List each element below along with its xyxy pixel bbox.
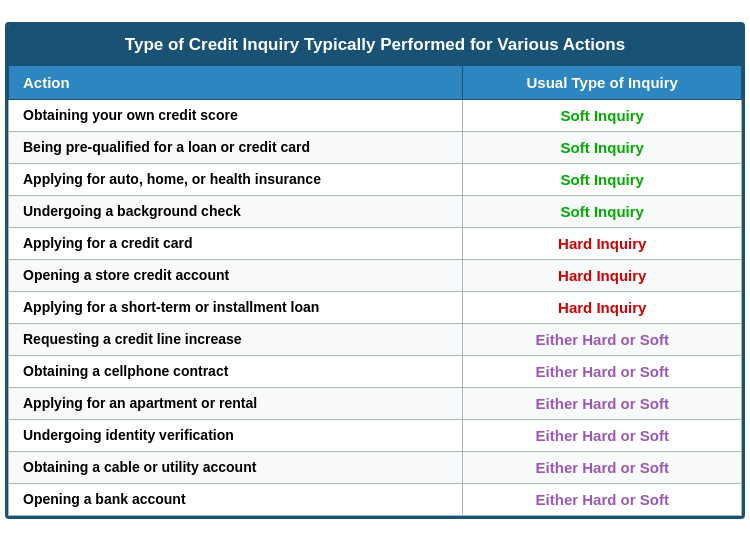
action-cell: Obtaining your own credit score [9, 99, 463, 131]
action-cell: Opening a store credit account [9, 259, 463, 291]
inquiry-type-cell: Hard Inquiry [463, 259, 742, 291]
table-row: Undergoing a background checkSoft Inquir… [9, 195, 742, 227]
table-row: Obtaining your own credit scoreSoft Inqu… [9, 99, 742, 131]
inquiry-type-cell: Either Hard or Soft [463, 451, 742, 483]
inquiry-type-cell: Either Hard or Soft [463, 387, 742, 419]
table-row: Being pre-qualified for a loan or credit… [9, 131, 742, 163]
header-inquiry-type: Usual Type of Inquiry [463, 65, 742, 99]
action-cell: Applying for a short-term or installment… [9, 291, 463, 323]
header-action: Action [9, 65, 463, 99]
action-cell: Applying for a credit card [9, 227, 463, 259]
inquiry-table: Action Usual Type of Inquiry Obtaining y… [8, 65, 742, 516]
table-row: Opening a bank accountEither Hard or Sof… [9, 483, 742, 515]
inquiry-type-cell: Soft Inquiry [463, 195, 742, 227]
inquiry-type-cell: Either Hard or Soft [463, 355, 742, 387]
inquiry-type-cell: Hard Inquiry [463, 227, 742, 259]
inquiry-type-cell: Soft Inquiry [463, 131, 742, 163]
action-cell: Obtaining a cellphone contract [9, 355, 463, 387]
action-cell: Requesting a credit line increase [9, 323, 463, 355]
inquiry-type-cell: Hard Inquiry [463, 291, 742, 323]
inquiry-type-cell: Soft Inquiry [463, 163, 742, 195]
action-cell: Being pre-qualified for a loan or credit… [9, 131, 463, 163]
table-row: Requesting a credit line increaseEither … [9, 323, 742, 355]
table-title: Type of Credit Inquiry Typically Perform… [8, 25, 742, 65]
inquiry-type-cell: Either Hard or Soft [463, 483, 742, 515]
action-cell: Obtaining a cable or utility account [9, 451, 463, 483]
table-row: Undergoing identity verificationEither H… [9, 419, 742, 451]
action-cell: Applying for auto, home, or health insur… [9, 163, 463, 195]
table-row: Obtaining a cellphone contractEither Har… [9, 355, 742, 387]
action-cell: Undergoing a background check [9, 195, 463, 227]
action-cell: Opening a bank account [9, 483, 463, 515]
table-row: Opening a store credit accountHard Inqui… [9, 259, 742, 291]
action-cell: Undergoing identity verification [9, 419, 463, 451]
table-row: Applying for a short-term or installment… [9, 291, 742, 323]
table-row: Applying for a credit cardHard Inquiry [9, 227, 742, 259]
table-row: Obtaining a cable or utility accountEith… [9, 451, 742, 483]
table-row: Applying for auto, home, or health insur… [9, 163, 742, 195]
inquiry-type-cell: Soft Inquiry [463, 99, 742, 131]
inquiry-type-cell: Either Hard or Soft [463, 323, 742, 355]
table-row: Applying for an apartment or rentalEithe… [9, 387, 742, 419]
inquiry-type-cell: Either Hard or Soft [463, 419, 742, 451]
main-table-container: Type of Credit Inquiry Typically Perform… [5, 22, 745, 519]
table-header-row: Action Usual Type of Inquiry [9, 65, 742, 99]
action-cell: Applying for an apartment or rental [9, 387, 463, 419]
